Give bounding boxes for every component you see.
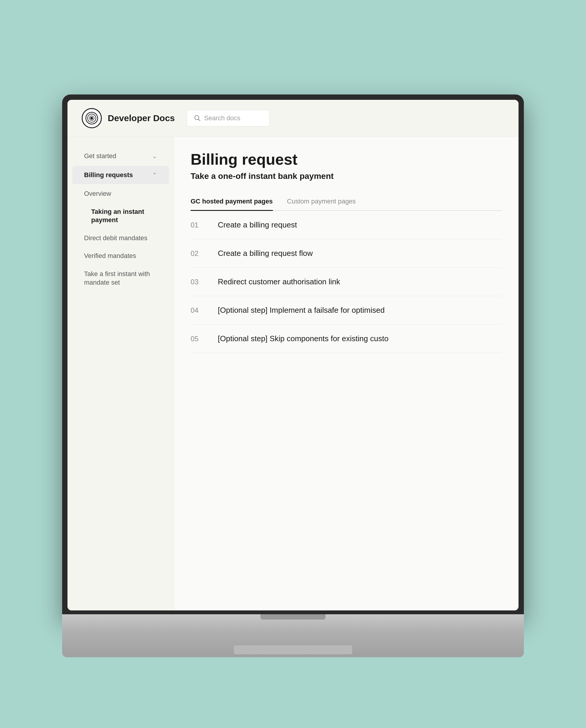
step-number: 03	[191, 278, 206, 286]
search-icon	[194, 115, 201, 121]
laptop-mockup: G Developer Docs Search docs	[62, 95, 524, 657]
nav-sub-label: Verified mandates	[84, 252, 136, 260]
screen-content: G Developer Docs Search docs	[68, 100, 518, 610]
nav-item-label: Get started	[84, 152, 116, 160]
chevron-down-icon: ⌄	[152, 153, 157, 160]
page-subtitle: Take a one-off instant bank payment	[191, 172, 502, 181]
step-number: 02	[191, 249, 206, 258]
nav-sub-label: Taking an instant payment	[86, 208, 160, 225]
step-row-03[interactable]: 03 Redirect customer authorisation link	[191, 268, 502, 296]
search-placeholder-text: Search docs	[204, 114, 240, 122]
tab-custom-payment[interactable]: Custom payment pages	[287, 193, 356, 211]
step-title: [Optional step] Implement a failsafe for…	[218, 306, 502, 315]
sidebar-subitem-overview[interactable]: Overview	[68, 185, 174, 203]
step-title: [Optional step] Skip components for exis…	[218, 334, 502, 343]
sidebar-subitem-take-first-instant[interactable]: Take a first instant with mandate set	[68, 265, 174, 292]
sidebar-item-billing-requests[interactable]: Billing requests ⌃	[72, 166, 169, 184]
svg-line-6	[198, 119, 200, 121]
nav-sub-label: Direct debit mandates	[84, 234, 148, 243]
nav-sub-label: Overview	[84, 190, 111, 198]
step-row-04[interactable]: 04 [Optional step] Implement a failsafe …	[191, 296, 502, 325]
logo-icon: G	[82, 108, 102, 128]
content-area: Get started ⌄ Billing requests ⌃ Overvie…	[68, 137, 518, 610]
step-row-01[interactable]: 01 Create a billing request	[191, 211, 502, 239]
step-title: Create a billing request flow	[218, 249, 502, 258]
tab-gc-hosted[interactable]: GC hosted payment pages	[191, 193, 273, 211]
step-row-05[interactable]: 05 [Optional step] Skip components for e…	[191, 325, 502, 353]
step-row-02[interactable]: 02 Create a billing request flow	[191, 239, 502, 268]
sidebar-item-get-started[interactable]: Get started ⌄	[72, 147, 169, 165]
laptop-screen-frame: G Developer Docs Search docs	[62, 95, 524, 616]
step-number: 01	[191, 221, 206, 229]
logo-area: G Developer Docs	[82, 108, 175, 128]
chevron-up-icon: ⌃	[152, 172, 157, 179]
sidebar-subitem-taking-instant-payment[interactable]: Taking an instant payment	[68, 203, 174, 229]
search-bar[interactable]: Search docs	[187, 110, 270, 126]
svg-text:G: G	[90, 116, 94, 121]
app-header: G Developer Docs Search docs	[68, 100, 518, 137]
step-number: 04	[191, 306, 206, 315]
page-title: Billing request	[191, 151, 502, 168]
app-shell: G Developer Docs Search docs	[68, 100, 518, 610]
sidebar: Get started ⌄ Billing requests ⌃ Overvie…	[68, 137, 174, 610]
sidebar-subitem-direct-debit[interactable]: Direct debit mandates	[68, 229, 174, 247]
logo-svg: G	[85, 112, 98, 125]
steps-list: 01 Create a billing request 02 Create a …	[191, 211, 502, 353]
nav-sub-label: Take a first instant with mandate set	[84, 270, 160, 287]
nav-item-label: Billing requests	[84, 171, 133, 179]
step-title: Create a billing request	[218, 220, 502, 229]
main-content: Billing request Take a one-off instant b…	[174, 137, 518, 610]
step-title: Redirect customer authorisation link	[218, 277, 502, 286]
step-number: 05	[191, 335, 206, 343]
tabs-bar: GC hosted payment pages Custom payment p…	[191, 193, 502, 211]
site-title: Developer Docs	[108, 113, 175, 123]
sidebar-subitem-verified-mandates[interactable]: Verified mandates	[68, 247, 174, 265]
page-background: G Developer Docs Search docs	[0, 0, 586, 728]
laptop-base	[62, 614, 524, 657]
